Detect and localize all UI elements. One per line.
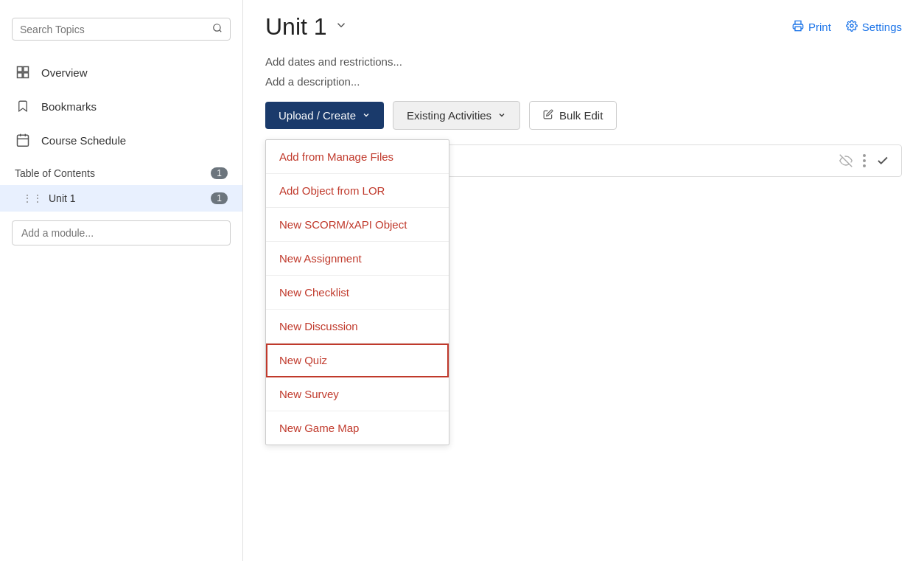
search-box[interactable] [12, 18, 231, 41]
svg-point-11 [850, 24, 853, 27]
dropdown-item-new-discussion[interactable]: New Discussion [266, 310, 449, 344]
add-dates-link[interactable]: Add dates and restrictions... [265, 55, 902, 68]
complete-button[interactable] [876, 154, 889, 167]
toc-item-unit1[interactable]: ⋮⋮ Unit 1 1 [0, 185, 242, 212]
dropdown-item-new-survey[interactable]: New Survey [266, 377, 449, 411]
dropdown-item-new-assignment[interactable]: New Assignment [266, 242, 449, 276]
print-button[interactable]: Print [792, 20, 831, 34]
title-chevron-icon[interactable] [335, 18, 348, 35]
drag-icon: ⋮⋮ [22, 192, 43, 204]
add-module-input[interactable] [12, 220, 231, 245]
print-icon [792, 20, 804, 34]
svg-point-0 [214, 24, 220, 31]
dropdown-item-add-object-from-lor[interactable]: Add Object from LOR [266, 174, 449, 208]
sidebar-item-course-schedule[interactable]: Course Schedule [0, 123, 242, 157]
search-icon [212, 23, 223, 35]
sidebar: Overview Bookmarks Course Schedule Table… [0, 0, 243, 561]
search-input[interactable] [20, 24, 212, 35]
dropdown-item-new-game-map[interactable]: New Game Map [266, 411, 449, 445]
calendar-icon [15, 132, 31, 148]
dropdown-item-new-quiz[interactable]: New Quiz [266, 344, 449, 377]
sidebar-item-course-schedule-label: Course Schedule [41, 134, 126, 147]
existing-activities-chevron-icon [497, 109, 506, 122]
dropdown-item-new-scorm[interactable]: New SCORM/xAPI Object [266, 208, 449, 242]
settings-label: Settings [862, 21, 902, 33]
svg-rect-10 [795, 27, 801, 30]
toc-header: Table of Contents 1 [0, 157, 242, 185]
sidebar-item-overview-label: Overview [41, 66, 88, 79]
upload-create-dropdown: Add from Manage Files Add Object from LO… [265, 139, 449, 445]
toc-label: Table of Contents [15, 167, 95, 179]
page-title: Unit 1 [265, 13, 327, 41]
upload-create-label: Upload / Create [279, 109, 356, 122]
toc-item-unit1-label: Unit 1 [49, 192, 76, 204]
settings-icon [846, 20, 858, 34]
bulk-edit-label: Bulk Edit [559, 109, 603, 122]
toc-item-unit1-left: ⋮⋮ Unit 1 [22, 192, 76, 204]
top-bar: Unit 1 Print [243, 0, 924, 48]
dropdown-item-add-from-manage-files[interactable]: Add from Manage Files [266, 140, 449, 174]
sidebar-item-overview[interactable]: Overview [0, 55, 242, 89]
svg-point-13 [863, 154, 866, 157]
existing-activities-label: Existing Activities [407, 109, 491, 122]
bookmark-icon [15, 98, 31, 114]
settings-button[interactable]: Settings [846, 20, 902, 34]
upload-create-chevron-icon [362, 109, 371, 122]
sidebar-item-bookmarks[interactable]: Bookmarks [0, 89, 242, 123]
upload-create-button[interactable]: Upload / Create [265, 102, 384, 129]
sidebar-item-bookmarks-label: Bookmarks [41, 100, 97, 113]
page-title-row: Unit 1 [265, 13, 348, 41]
svg-rect-3 [24, 67, 29, 72]
svg-rect-6 [18, 135, 29, 146]
existing-activities-button[interactable]: Existing Activities [393, 101, 520, 130]
svg-line-1 [220, 30, 222, 32]
svg-point-14 [863, 159, 866, 162]
toc-badge: 1 [211, 167, 228, 179]
top-actions: Print Settings [792, 20, 902, 34]
toc-item-unit1-badge: 1 [211, 192, 228, 204]
content-area: Add dates and restrictions... Add a desc… [243, 48, 924, 561]
dropdown-item-new-checklist[interactable]: New Checklist [266, 276, 449, 310]
toolbar-row: Upload / Create Existing Activities [265, 101, 902, 130]
svg-point-15 [863, 164, 866, 167]
print-label: Print [808, 21, 831, 33]
main-content: Unit 1 Print [243, 0, 924, 561]
overview-icon [15, 64, 31, 80]
unit-row-actions [839, 154, 889, 167]
svg-rect-5 [24, 73, 29, 78]
more-options-button[interactable] [863, 154, 866, 167]
bulk-edit-icon [543, 109, 553, 122]
svg-rect-2 [18, 67, 23, 72]
visibility-toggle-button[interactable] [839, 154, 853, 167]
bulk-edit-button[interactable]: Bulk Edit [529, 101, 617, 130]
svg-rect-4 [18, 73, 23, 78]
add-description-link[interactable]: Add a description... [265, 75, 902, 88]
